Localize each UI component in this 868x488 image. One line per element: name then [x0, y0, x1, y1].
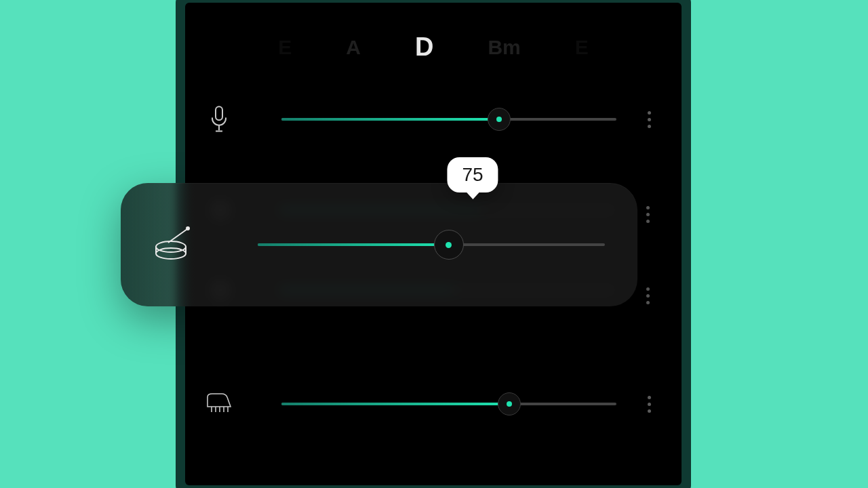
track-row-other	[185, 484, 682, 485]
track-row-piano	[185, 389, 682, 419]
slider-thumb[interactable]	[434, 230, 464, 260]
slider-thumb[interactable]	[488, 108, 511, 131]
chord-item: A	[346, 36, 361, 59]
kebab-icon[interactable]	[635, 111, 663, 128]
kebab-icon[interactable]	[635, 396, 663, 413]
focused-track-card	[121, 183, 637, 306]
chord-strip: E A D Bm E	[185, 33, 682, 62]
chord-item: Bm	[488, 36, 520, 59]
piano-icon	[204, 392, 234, 416]
volume-slider-piano[interactable]	[281, 403, 616, 405]
kebab-icon[interactable]	[634, 206, 661, 223]
chord-item-current: D	[415, 33, 433, 62]
svg-point-11	[156, 248, 186, 259]
svg-line-12	[168, 229, 187, 243]
value-tooltip: 75	[447, 157, 498, 192]
chord-item: E	[575, 36, 589, 59]
mic-icon	[204, 106, 234, 133]
slider-thumb[interactable]	[498, 392, 521, 415]
kebab-icon[interactable]	[634, 287, 661, 304]
chord-item: E	[278, 36, 292, 59]
svg-point-10	[156, 241, 186, 252]
svg-rect-0	[216, 106, 222, 120]
volume-slider-drums[interactable]	[258, 243, 605, 246]
svg-point-13	[186, 227, 189, 230]
volume-slider-vocals[interactable]	[281, 118, 616, 121]
track-row-vocals	[185, 104, 682, 134]
drum-icon	[153, 226, 193, 263]
